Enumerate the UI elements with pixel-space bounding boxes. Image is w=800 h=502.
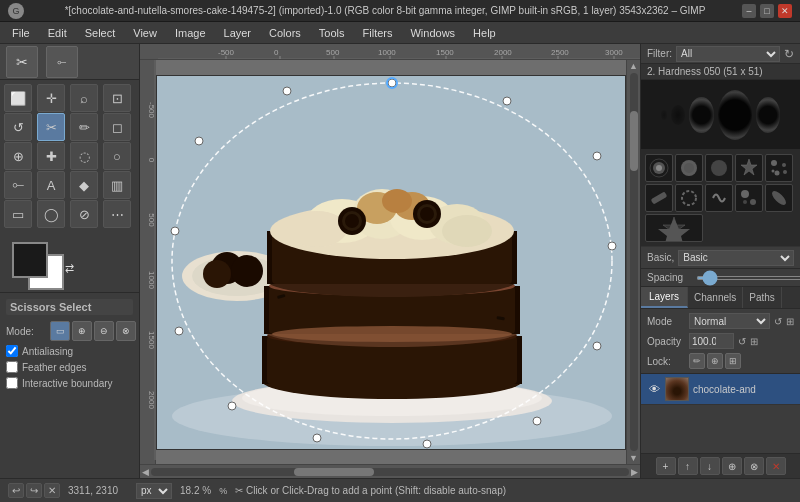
canvas-image[interactable]: [156, 75, 626, 450]
lock-all-icon[interactable]: ⊞: [725, 353, 741, 369]
interactive-boundary-checkbox[interactable]: [6, 377, 18, 389]
vscroll-thumb[interactable]: [630, 111, 638, 171]
foreground-color-swatch[interactable]: [12, 242, 48, 278]
opacity-extra-icon[interactable]: ⊞: [750, 336, 758, 347]
brush-tag-select[interactable]: Basic Bristle Legacy Media: [678, 250, 794, 266]
rotate-tool[interactable]: ↺: [4, 113, 32, 141]
ellipse-select-tool[interactable]: ◯: [37, 200, 65, 228]
opacity-reset-icon[interactable]: ↺: [738, 336, 746, 347]
antialiasing-checkbox[interactable]: [6, 345, 18, 357]
lower-layer-button[interactable]: ↓: [700, 457, 720, 475]
menu-colors[interactable]: Colors: [261, 25, 309, 41]
close-button[interactable]: ✕: [778, 4, 792, 18]
mode-reset-icon[interactable]: ↺: [774, 316, 782, 327]
clone-tool[interactable]: ⊕: [4, 142, 32, 170]
brush-item-10[interactable]: [765, 184, 793, 212]
vscroll-down-arrow[interactable]: ▼: [629, 453, 638, 463]
brush-item-6[interactable]: [645, 184, 673, 212]
raise-layer-button[interactable]: ↑: [678, 457, 698, 475]
blur-tool[interactable]: ◌: [70, 142, 98, 170]
duplicate-layer-button[interactable]: ⊕: [722, 457, 742, 475]
heal-tool[interactable]: ✚: [37, 142, 65, 170]
tab-channels[interactable]: Channels: [688, 287, 743, 308]
vscroll-track: [630, 73, 638, 451]
mode-add[interactable]: ⊕: [72, 321, 92, 341]
reset-colors-icon[interactable]: ⇄: [65, 262, 74, 275]
lock-pixels-icon[interactable]: ✏: [689, 353, 705, 369]
rect-select-tool[interactable]: ▭: [4, 200, 32, 228]
redo-button[interactable]: ↪: [26, 483, 42, 498]
mode-extra-icon[interactable]: ⊞: [786, 316, 794, 327]
brush-item-star-large[interactable]: [645, 214, 703, 242]
mode-replace[interactable]: ▭: [50, 321, 70, 341]
menu-help[interactable]: Help: [465, 25, 504, 41]
brush-filter-select[interactable]: All: [676, 46, 780, 62]
fuzzy-select-tool[interactable]: ⋯: [103, 200, 131, 228]
brush-item-1[interactable]: [645, 154, 673, 182]
scissors-select-tool[interactable]: ✂: [37, 113, 65, 141]
gradient-tool[interactable]: ▥: [103, 171, 131, 199]
svg-point-56: [345, 214, 359, 228]
brush-grid: [641, 150, 800, 247]
lock-icons: ✏ ⊕ ⊞: [689, 353, 741, 369]
brush-item-8[interactable]: [705, 184, 733, 212]
menu-layer[interactable]: Layer: [216, 25, 260, 41]
spacing-slider[interactable]: [696, 276, 800, 280]
path-tool[interactable]: ⟜: [4, 171, 32, 199]
menu-image[interactable]: Image: [167, 25, 214, 41]
hscroll-left-arrow[interactable]: ◀: [142, 467, 149, 477]
bucket-fill-tool[interactable]: ◆: [70, 171, 98, 199]
canvas-viewport[interactable]: [156, 60, 626, 464]
layer-item-0[interactable]: 👁 chocolate-and: [641, 374, 800, 405]
crop-tool[interactable]: ⊡: [103, 84, 131, 112]
unit-select[interactable]: px % in cm: [136, 483, 172, 499]
anchor-layer-button[interactable]: ⊗: [744, 457, 764, 475]
eraser-tool[interactable]: ◻: [103, 113, 131, 141]
layer-visibility-toggle[interactable]: 👁: [647, 382, 661, 396]
opacity-input[interactable]: [689, 333, 734, 349]
brush-item-2[interactable]: [675, 154, 703, 182]
hscroll-thumb[interactable]: [294, 468, 374, 476]
svg-text:-500: -500: [218, 48, 235, 57]
brush-item-5[interactable]: [765, 154, 793, 182]
tab-paths[interactable]: Paths: [743, 287, 782, 308]
menu-tools[interactable]: Tools: [311, 25, 353, 41]
menu-edit[interactable]: Edit: [40, 25, 75, 41]
tab-layers[interactable]: Layers: [641, 287, 688, 308]
brush-refresh-icon[interactable]: ↻: [784, 47, 794, 61]
feather-edges-checkbox[interactable]: [6, 361, 18, 373]
new-layer-button[interactable]: +: [656, 457, 676, 475]
canvas-with-ruler: -500 0 500 1000 1500 2000: [140, 60, 640, 464]
delete-status-button[interactable]: ✕: [44, 483, 60, 498]
minimize-button[interactable]: –: [742, 4, 756, 18]
vertical-scrollbar[interactable]: ▲ ▼: [626, 60, 640, 464]
menu-select[interactable]: Select: [77, 25, 124, 41]
vscroll-up-arrow[interactable]: ▲: [629, 61, 638, 71]
dodge-tool[interactable]: ○: [103, 142, 131, 170]
menu-windows[interactable]: Windows: [402, 25, 463, 41]
free-select-tool[interactable]: ⊘: [70, 200, 98, 228]
maximize-button[interactable]: □: [760, 4, 774, 18]
delete-layer-button[interactable]: ✕: [766, 457, 786, 475]
brush-item-3[interactable]: [705, 154, 733, 182]
blend-mode-select[interactable]: Normal Multiply Screen Overlay: [689, 313, 770, 329]
new-file-tool[interactable]: ⬜: [4, 84, 32, 112]
menu-file[interactable]: File: [4, 25, 38, 41]
mode-subtract[interactable]: ⊖: [94, 321, 114, 341]
pencil-tool[interactable]: ✏: [70, 113, 98, 141]
brush-item-4[interactable]: [735, 154, 763, 182]
brush-item-7[interactable]: [675, 184, 703, 212]
menu-filters[interactable]: Filters: [355, 25, 401, 41]
layers-tabs: Layers Channels Paths: [641, 287, 800, 309]
move-tool[interactable]: ✛: [37, 84, 65, 112]
menu-view[interactable]: View: [125, 25, 165, 41]
mode-intersect[interactable]: ⊗: [116, 321, 136, 341]
brush-item-9[interactable]: [735, 184, 763, 212]
hscroll-right-arrow[interactable]: ▶: [631, 467, 638, 477]
lock-position-icon[interactable]: ⊕: [707, 353, 723, 369]
mode-row: Mode: ▭ ⊕ ⊖ ⊗: [6, 321, 133, 341]
zoom-tool[interactable]: ⌕: [70, 84, 98, 112]
horizontal-scrollbar[interactable]: ◀ ▶: [140, 464, 640, 478]
undo-button[interactable]: ↩: [8, 483, 24, 498]
text-tool[interactable]: A: [37, 171, 65, 199]
